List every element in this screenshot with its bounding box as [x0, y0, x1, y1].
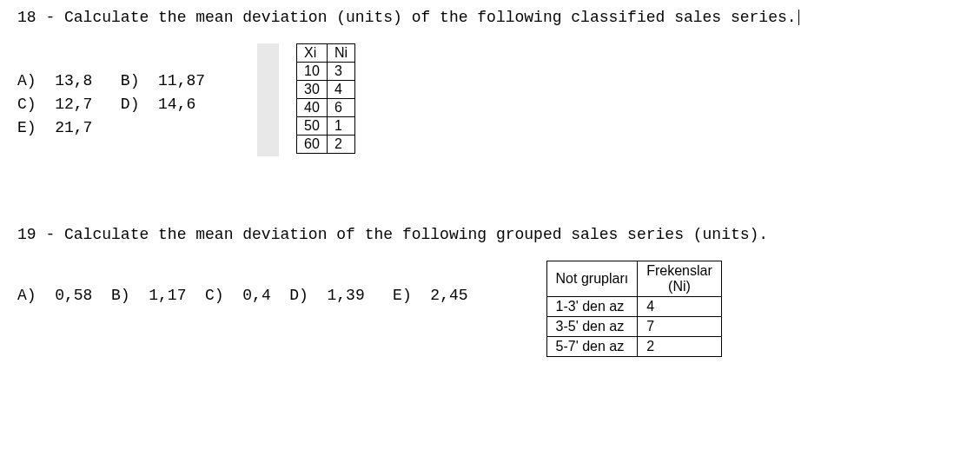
q19-prompt: 19 - Calculate the mean deviation of the…: [17, 226, 963, 243]
cell: 60: [297, 136, 328, 154]
q19-th-freq-line1: Frekenslar: [646, 263, 712, 278]
q18-answers-row2: C) 12,7 D) 14,6: [17, 93, 205, 116]
cell: 3: [327, 63, 354, 81]
q18-answer-d: 14,6: [158, 96, 195, 113]
q19-th-groups: Not grupları: [546, 261, 638, 297]
table-header-row: Not grupları Frekenslar (Ni): [546, 261, 721, 297]
q18-text: Calculate the mean deviation (units) of …: [64, 9, 797, 26]
table-header-row: Xi Ni: [297, 44, 355, 63]
q18-prompt: 18 - Calculate the mean deviation (units…: [17, 9, 963, 26]
cell: 1-3' den az: [546, 297, 638, 317]
cell: 4: [327, 81, 354, 99]
q18-answer-e: 21,7: [55, 119, 92, 136]
cell: 2: [638, 337, 722, 357]
q19-text: Calculate the mean deviation of the foll…: [64, 226, 768, 243]
q18-table-wrap: Xi Ni 10 3 30 4 40 6 50 1: [257, 43, 355, 156]
q18-number: 18: [17, 9, 36, 26]
q19-answer-d: 1,39: [328, 287, 365, 304]
q18-table: Xi Ni 10 3 30 4 40 6 50 1: [296, 43, 355, 154]
q18-content-row: A) 13,8 B) 11,87 C) 12,7 D) 14,6 E) 21,7…: [17, 43, 963, 156]
cell: 6: [327, 99, 354, 117]
q19-th-freq-line2: (Ni): [668, 279, 691, 294]
table-row: 1-3' den az 4: [546, 297, 721, 317]
table-row: 3-5' den az 7: [546, 317, 721, 337]
q18-answer-b: 11,87: [158, 72, 205, 89]
table-row: 30 4: [297, 81, 355, 99]
q18-answer-c: 12,7: [55, 96, 92, 113]
cell: 3-5' den az: [546, 317, 638, 337]
q19-th-freq: Frekenslar (Ni): [638, 261, 722, 297]
q19-answer-a: 0,58: [55, 287, 92, 304]
q18-answers: A) 13,8 B) 11,87 C) 12,7 D) 14,6 E) 21,7: [17, 69, 205, 140]
q19-answer-e: 2,45: [430, 287, 467, 304]
cell: 10: [297, 63, 328, 81]
cell: 40: [297, 99, 328, 117]
q19-answer-b: 1,17: [149, 287, 186, 304]
table-row: 60 2: [297, 136, 355, 154]
q18-answers-row3: E) 21,7: [17, 116, 205, 140]
text-cursor: [798, 10, 799, 25]
cell: 1: [327, 117, 354, 136]
cell: 30: [297, 81, 328, 99]
cell: 7: [638, 317, 722, 337]
gray-bar: [257, 43, 279, 156]
cell: 4: [638, 297, 722, 317]
table-row: 5-7' den az 2: [546, 337, 721, 357]
q18-th-ni: Ni: [327, 44, 354, 63]
q18-answers-row1: A) 13,8 B) 11,87: [17, 69, 205, 93]
table-row: 10 3: [297, 63, 355, 81]
cell: 2: [327, 136, 354, 154]
q19-table: Not grupları Frekenslar (Ni) 1-3' den az…: [546, 261, 722, 357]
q19-content-row: A) 0,58 B) 1,17 C) 0,4 D) 1,39 E) 2,45 N…: [17, 261, 963, 357]
cell: 5-7' den az: [546, 337, 638, 357]
q18-th-xi: Xi: [297, 44, 328, 63]
q19-number: 19: [17, 226, 36, 243]
q19-answer-c: 0,4: [242, 287, 270, 304]
q19-answers: A) 0,58 B) 1,17 C) 0,4 D) 1,39 E) 2,45: [17, 269, 468, 304]
question-18: 18 - Calculate the mean deviation (units…: [17, 9, 963, 156]
q18-answer-a: 13,8: [55, 72, 92, 89]
table-row: 50 1: [297, 117, 355, 136]
table-row: 40 6: [297, 99, 355, 117]
cell: 50: [297, 117, 328, 136]
question-19: 19 - Calculate the mean deviation of the…: [17, 226, 963, 357]
